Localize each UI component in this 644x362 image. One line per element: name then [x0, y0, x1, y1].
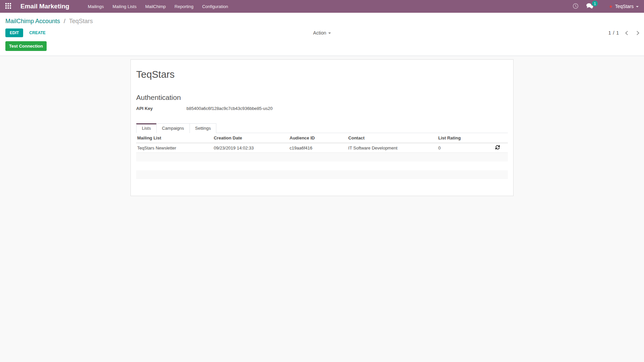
user-menu[interactable]: ★ TeqStars [609, 4, 639, 9]
form-sheet: TeqStars Authentication API Key b85400a6… [130, 59, 514, 196]
activities-button[interactable] [573, 3, 579, 10]
content-area: TeqStars Authentication API Key b85400a6… [0, 59, 644, 362]
api-key-field-row: API Key b85400a6c6f128ac9c7cb43c936bbe85… [136, 106, 508, 111]
app-title[interactable]: Email Marketing [20, 3, 69, 10]
column-header-mailing-list[interactable]: Mailing List [136, 133, 213, 143]
column-header-creation-date[interactable]: Creation Date [213, 133, 288, 143]
mailing-lists-table: Mailing List Creation Date Audience ID C… [136, 133, 508, 188]
api-key-value: b85400a6c6f128ac9c7cb43c936bbe85-us20 [186, 106, 273, 111]
empty-row [136, 179, 508, 188]
tab-campaigns[interactable]: Campaigns [156, 123, 190, 133]
navbar-systray: 1 ★ TeqStars [573, 3, 639, 10]
clock-icon [573, 3, 579, 10]
cell-mailing-list[interactable]: TeqStars Newsletter [136, 143, 213, 153]
pager-next-button[interactable] [635, 31, 639, 35]
messages-button[interactable]: 1 [586, 3, 593, 10]
cell-audience-id[interactable]: c19aa6f416 [288, 143, 347, 153]
statusbar: Test Connection [0, 39, 644, 56]
column-header-contact[interactable]: Contact [347, 133, 437, 143]
cell-contact[interactable]: IT Software Development [347, 143, 437, 153]
empty-row [136, 170, 508, 179]
menu-item-mailings[interactable]: Mailings [84, 0, 108, 13]
empty-row [136, 162, 508, 170]
api-key-label: API Key [136, 106, 186, 111]
control-panel-buttons: EDIT CREATE Action 1 / 1 [0, 25, 644, 39]
section-title-authentication: Authentication [136, 94, 508, 102]
tab-settings[interactable]: Settings [190, 123, 217, 133]
breadcrumb-parent-link[interactable]: MailChimp Accounts [5, 18, 60, 24]
menu-item-mailing-lists[interactable]: Mailing Lists [108, 0, 141, 13]
tab-lists[interactable]: Lists [136, 123, 157, 133]
cell-creation-date[interactable]: 09/23/2019 14:02:33 [213, 143, 288, 153]
pager-previous-button[interactable] [625, 31, 630, 35]
breadcrumb-separator: / [64, 18, 65, 24]
column-header-audience-id[interactable]: Audience ID [288, 133, 347, 143]
breadcrumb-current: TeqStars [69, 18, 93, 24]
test-connection-button[interactable]: Test Connection [5, 41, 47, 51]
action-dropdown-label: Action [313, 30, 326, 36]
breadcrumb: MailChimp Accounts / TeqStars [0, 13, 644, 25]
top-navbar: Email Marketing Mailings Mailing Lists M… [0, 0, 644, 13]
create-button[interactable]: CREATE [26, 29, 49, 37]
message-count-badge: 1 [592, 1, 598, 6]
main-menu: Mailings Mailing Lists MailChimp Reporti… [84, 0, 232, 13]
notebook-tabs: Lists Campaigns Settings [136, 123, 508, 133]
apps-grid-icon [5, 3, 11, 10]
user-name: TeqStars [615, 4, 634, 9]
menu-item-configuration[interactable]: Configuration [198, 0, 232, 13]
empty-row [136, 153, 508, 162]
chevron-down-icon [636, 6, 639, 7]
menu-item-mailchimp[interactable]: MailChimp [141, 0, 170, 13]
table-header-row: Mailing List Creation Date Audience ID C… [136, 133, 508, 143]
record-title: TeqStars [136, 69, 508, 80]
pager-value: 1 / 1 [608, 30, 619, 36]
action-dropdown[interactable]: Action [313, 30, 331, 36]
pager: 1 / 1 [608, 30, 639, 36]
cell-list-rating[interactable]: 0 [437, 143, 494, 153]
column-header-list-rating[interactable]: List Rating [437, 133, 494, 143]
control-panel: MailChimp Accounts / TeqStars EDIT CREAT… [0, 13, 644, 56]
column-header-actions [494, 133, 508, 143]
table-row[interactable]: TeqStars Newsletter 09/23/2019 14:02:33 … [136, 143, 508, 153]
refresh-row-button[interactable] [495, 145, 500, 150]
avatar: ★ [609, 4, 613, 9]
refresh-icon [495, 145, 500, 150]
apps-menu-button[interactable] [4, 2, 12, 11]
menu-item-reporting[interactable]: Reporting [170, 0, 198, 13]
edit-button[interactable]: EDIT [5, 28, 23, 37]
chevron-down-icon [328, 33, 331, 34]
